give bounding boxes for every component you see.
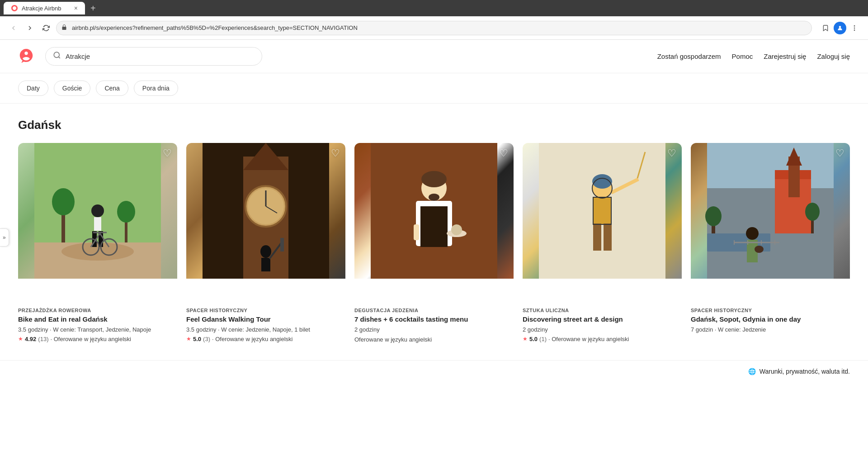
svg-point-30 xyxy=(260,245,271,258)
rating-count-1: (13) xyxy=(38,336,48,342)
login-link[interactable]: Zaloguj się xyxy=(817,52,850,60)
filter-dates-btn[interactable]: Daty xyxy=(18,81,48,96)
address-bar-input[interactable] xyxy=(56,21,812,35)
rating-lang-2: · Oferowane w języku angielski xyxy=(212,336,292,342)
page-wrapper: Zostań gospodarzem Pomoc Zarejestruj się… xyxy=(0,40,868,382)
svg-point-70 xyxy=(705,206,722,226)
tab-title: Atrakcje Airbnb xyxy=(22,5,61,12)
svg-point-14 xyxy=(91,204,104,217)
filter-guests-btn[interactable]: Goście xyxy=(54,81,91,96)
card-category-2: SPACER HISTORYCZNY xyxy=(186,308,345,313)
card-image-wrap-5: ♡ xyxy=(691,143,850,302)
help-link[interactable]: Pomoc xyxy=(732,52,753,60)
section-title: Gdańsk xyxy=(18,118,850,132)
svg-rect-49 xyxy=(593,197,611,224)
rating-lang-1: · Oferowane w języku angielski xyxy=(50,336,131,342)
search-input[interactable] xyxy=(66,52,255,60)
rating-count-2: (3) xyxy=(203,336,210,342)
wishlist-btn-4[interactable]: ♡ xyxy=(667,148,676,158)
list-item[interactable]: ♡ SPACER HISTORYCZNY Feel Gdansk Walking… xyxy=(186,143,345,346)
rating-score-2: 5.0 xyxy=(193,336,201,342)
svg-rect-50 xyxy=(593,223,601,251)
address-bar-wrapper xyxy=(56,21,812,35)
svg-rect-0 xyxy=(62,27,66,30)
card-image-2 xyxy=(186,143,345,279)
bookmark-button[interactable] xyxy=(819,22,832,34)
card-body-4: SZTUKA ULICZNA Discovering street art & … xyxy=(523,302,682,342)
browser-tab-active[interactable]: Atrakcje Airbnb × xyxy=(4,2,85,14)
card-body-1: PRZEJAŻDŻKA ROWEROWA Bike and Eat in rea… xyxy=(18,302,177,342)
svg-point-3 xyxy=(854,27,855,28)
svg-line-6 xyxy=(58,57,60,58)
svg-point-1 xyxy=(839,26,841,28)
tab-close-btn[interactable]: × xyxy=(74,5,78,12)
list-item[interactable]: ♡ SZTUKA ULICZNA Discovering street art … xyxy=(523,143,682,346)
card-image-5 xyxy=(691,143,850,279)
register-link[interactable]: Zarejestruj się xyxy=(764,52,806,60)
card-illustration-1 xyxy=(18,143,177,279)
svg-point-2 xyxy=(854,25,855,27)
svg-point-13 xyxy=(117,201,135,223)
card-illustration-2 xyxy=(186,143,345,279)
search-bar[interactable] xyxy=(45,47,262,66)
reload-button[interactable] xyxy=(40,22,52,34)
wishlist-btn-5[interactable]: ♡ xyxy=(835,148,844,158)
svg-point-4 xyxy=(854,29,855,31)
card-meta-4: 2 godziny xyxy=(523,326,682,334)
forward-button[interactable] xyxy=(24,22,36,34)
rating-lang-4: · Oferowane w języku angielski xyxy=(548,336,629,342)
svg-rect-33 xyxy=(280,238,284,252)
card-image-wrap-3: ♡ xyxy=(354,143,514,302)
airbnb-header: Zostań gospodarzem Pomoc Zarejestruj się… xyxy=(0,40,868,73)
card-illustration-4 xyxy=(523,143,682,279)
card-title-5: Gdańsk, Sopot, Gdynia in one day xyxy=(691,315,850,324)
globe-icon: 🌐 xyxy=(748,368,756,375)
wishlist-btn-2[interactable]: ♡ xyxy=(331,148,340,158)
star-icon-4: ★ xyxy=(523,336,528,342)
card-title-2: Feel Gdansk Walking Tour xyxy=(186,315,345,324)
svg-point-37 xyxy=(421,171,447,187)
footer-link-text: Warunki, prywatność, waluta itd. xyxy=(760,368,850,375)
sidebar-toggle-btn[interactable]: » xyxy=(0,228,9,247)
card-image-wrap-4: ♡ xyxy=(523,143,682,302)
lock-icon xyxy=(61,24,67,32)
list-item[interactable]: ♡ DEGUSTACJA JEDZENIA 7 dishes + 6 cockt… xyxy=(354,143,514,346)
svg-rect-15 xyxy=(94,217,101,231)
new-tab-btn[interactable]: + xyxy=(87,3,99,14)
filter-time-btn[interactable]: Pora dnia xyxy=(134,81,178,96)
footer-link[interactable]: 🌐 Warunki, prywatność, waluta itd. xyxy=(748,368,850,375)
svg-point-5 xyxy=(54,52,59,57)
card-illustration-5 xyxy=(691,143,850,279)
card-rating-4: ★ 5.0 (1) · Oferowane w języku angielski xyxy=(523,336,682,342)
card-title-3: 7 dishes + 6 cocktails tasting menu xyxy=(354,315,514,324)
card-category-3: DEGUSTACJA JEDZENIA xyxy=(354,308,514,313)
back-button[interactable] xyxy=(7,22,20,34)
card-category-1: PRZEJAŻDŻKA ROWEROWA xyxy=(18,308,177,313)
header-nav: Zostań gospodarzem Pomoc Zarejestruj się… xyxy=(657,52,850,60)
become-host-link[interactable]: Zostań gospodarzem xyxy=(657,52,721,60)
svg-rect-39 xyxy=(420,206,448,247)
main-content: Gdańsk xyxy=(0,104,868,360)
profile-button[interactable] xyxy=(834,22,846,34)
svg-point-72 xyxy=(805,203,820,221)
wishlist-btn-3[interactable]: ♡ xyxy=(499,148,508,158)
filter-price-btn[interactable]: Cena xyxy=(96,81,128,96)
card-title-4: Discovering street art & design xyxy=(523,315,682,324)
airbnb-logo[interactable] xyxy=(18,48,34,66)
star-icon-1: ★ xyxy=(18,336,23,342)
card-body-3: DEGUSTACJA JEDZENIA 7 dishes + 6 cocktai… xyxy=(354,302,514,344)
card-image-wrap-2: ♡ xyxy=(186,143,345,302)
list-item[interactable]: ♡ PRZEJAŻDŻKA ROWEROWA Bike and Eat in r… xyxy=(18,143,177,346)
cards-grid: ♡ PRZEJAŻDŻKA ROWEROWA Bike and Eat in r… xyxy=(18,143,850,346)
card-image-1 xyxy=(18,143,177,279)
wishlist-btn-1[interactable]: ♡ xyxy=(163,148,172,158)
footer-bar: 🌐 Warunki, prywatność, waluta itd. xyxy=(0,360,868,382)
list-item[interactable]: ♡ SPACER HISTORYCZNY Gdańsk, Sopot, Gdyn… xyxy=(691,143,850,346)
more-button[interactable] xyxy=(848,22,861,34)
svg-rect-31 xyxy=(261,258,270,271)
card-rating-2: ★ 5.0 (3) · Oferowane w języku angielski xyxy=(186,336,345,342)
filters-bar: Daty Goście Cena Pora dnia xyxy=(0,73,868,104)
airbnb-favicon xyxy=(11,5,18,12)
svg-point-41 xyxy=(451,224,462,235)
card-image-4 xyxy=(523,143,682,279)
